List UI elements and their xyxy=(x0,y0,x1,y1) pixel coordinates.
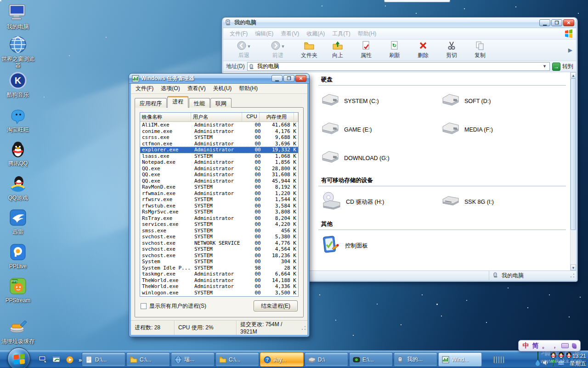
process-row[interactable]: lsass.exe SYSTEM 00 1,068 K xyxy=(140,153,298,160)
task-manager-titlebar[interactable]: Windows 任务管理器 ▁ ❐ ✕ xyxy=(129,74,309,84)
menu-item[interactable]: 编辑(E) xyxy=(251,29,277,39)
drive-tile-soft-d-[interactable]: SOFT (D:) xyxy=(441,91,562,111)
close-button[interactable]: ✕ xyxy=(563,19,574,26)
toolbar-cut-button[interactable]: 剪切 xyxy=(437,40,466,60)
desktop-icon-wangwang[interactable]: 淘宝旺旺 xyxy=(1,106,35,133)
process-row[interactable]: RavMonD.exe SYSTEM 00 8,192 K xyxy=(140,184,298,190)
desktop-icon-xunlei[interactable]: 迅雷 xyxy=(1,208,35,235)
toolbar-copy-button[interactable]: 复制 xyxy=(466,40,494,60)
my-computer-titlebar[interactable]: 我的电脑 ▁ ❐ ✕ xyxy=(223,17,576,28)
column-header-c-mem[interactable]: 内存使用 xyxy=(260,113,294,121)
process-row[interactable]: System SYSTEM 00 304 K xyxy=(140,259,298,265)
toolbar-refresh-button[interactable]: ↻ 刷新 xyxy=(380,40,409,60)
menu-item[interactable]: 查看(V) xyxy=(184,84,209,93)
taskbar-button-notepad[interactable]: D:\... xyxy=(82,352,125,367)
toolbar-back-button[interactable]: ▼ 后退 xyxy=(227,40,261,60)
show-desktop-quicklaunch-icon[interactable] xyxy=(39,355,48,364)
process-row[interactable]: QQ.exe Administrator 02 28,800 K xyxy=(140,166,298,172)
menu-item[interactable]: 工具(T) xyxy=(328,29,354,39)
desktop-icon-qq[interactable]: 腾讯QQ xyxy=(1,139,35,167)
process-row[interactable]: services.exe SYSTEM 00 4,220 K xyxy=(140,221,298,228)
scroll-up-button[interactable]: ▲ xyxy=(571,72,576,78)
ime-punctuation-full[interactable]: 。 xyxy=(542,342,548,350)
process-row[interactable]: winlogon.exe SYSTEM 00 3,500 K xyxy=(140,290,298,296)
process-row[interactable]: AliIM.exe Administrator 00 41,668 K xyxy=(140,122,298,128)
menu-item[interactable]: 查看(V) xyxy=(277,29,303,39)
process-row[interactable]: ctfmon.exe Administrator 00 3,696 K xyxy=(140,141,298,147)
taskbar-button-game[interactable]: E:\... xyxy=(349,352,393,367)
ime-chinese-mode[interactable]: 中 xyxy=(523,342,529,350)
process-row[interactable]: System Idle P... SYSTEM 98 28 K xyxy=(140,265,298,271)
column-header-c-cpu[interactable]: CPU xyxy=(242,113,260,121)
menu-item[interactable]: 选项(O) xyxy=(157,84,183,93)
ime-punctuation-half[interactable]: ， xyxy=(552,342,558,350)
tab-应用程序[interactable]: 应用程序 xyxy=(135,98,167,108)
process-row[interactable]: TheWorld.exe Administrator 00 14,188 K xyxy=(140,277,298,284)
drive-tile-cd-h-[interactable]: CD 驱动器 (H:) xyxy=(321,192,441,212)
process-row[interactable]: rfwmain.exe Administrator 00 1,220 K xyxy=(140,190,298,197)
tab-联网[interactable]: 联网 xyxy=(210,98,232,108)
menu-item[interactable]: 文件(F) xyxy=(226,29,251,39)
dropdown-arrow-icon[interactable]: ▼ xyxy=(247,44,251,49)
process-row[interactable]: svchost.exe NETWORK SERVICE 00 4,776 K xyxy=(140,240,298,247)
dropdown-arrow-icon[interactable]: ▼ xyxy=(281,44,285,49)
process-row[interactable]: conime.exe Administrator 00 4,176 K xyxy=(140,128,298,135)
process-row[interactable]: smss.exe SYSTEM 00 456 K xyxy=(140,228,298,234)
network-monitor-tray-icon[interactable] xyxy=(537,352,538,360)
close-button[interactable]: ✕ xyxy=(295,75,306,82)
taskbar-button-folder[interactable]: C:\... xyxy=(126,352,170,367)
resize-grip[interactable] xyxy=(570,273,575,278)
desktop-icon-pc[interactable]: 我的电脑 xyxy=(1,3,35,30)
taskbar-button-globe[interactable]: 瑞... xyxy=(171,352,215,367)
end-process-button[interactable]: 结束进程(E) xyxy=(254,300,298,311)
address-input[interactable]: 我的电脑 ▼ xyxy=(247,62,550,71)
process-row[interactable]: QQ.exe Administrator 00 45,944 K xyxy=(140,178,298,184)
show-all-users-checkbox[interactable] xyxy=(141,303,147,309)
menu-item[interactable]: 帮助(H) xyxy=(354,29,380,39)
ime-soft-keyboard-icon[interactable] xyxy=(561,343,569,348)
toolbar-delete-button[interactable]: 删除 xyxy=(409,40,437,60)
process-row[interactable]: Notepad.exe Administrator 00 1,856 K xyxy=(140,159,298,166)
drive-tile-system-c-[interactable]: SYSTEM (C:) xyxy=(321,91,441,111)
menu-item[interactable]: 关机(U) xyxy=(209,84,236,93)
media-player-quicklaunch-icon[interactable] xyxy=(65,355,74,364)
address-dropdown-arrow[interactable]: ▼ xyxy=(541,63,548,70)
umbrella-antivirus-tray-icon[interactable] xyxy=(550,359,557,368)
menu-item[interactable]: 文件(F) xyxy=(132,84,157,93)
taskbar-clock[interactable]: 13:21 星期五 xyxy=(570,352,586,367)
toolbar-folders-button[interactable]: 文件夹 xyxy=(295,40,323,60)
toolbar-forward-button[interactable]: ▼ 前进 xyxy=(261,40,295,60)
start-button[interactable] xyxy=(7,347,30,368)
desktop-icon-pplive[interactable]: PPLive xyxy=(1,242,35,270)
drive-tile-ssk-8g-i-[interactable]: SSK 8G (I:) xyxy=(441,192,562,212)
ime-simplified-mode[interactable]: 简 xyxy=(532,342,539,350)
desktop-icon-kugou[interactable]: K 酷狗音乐 xyxy=(1,71,35,98)
task-manager-window[interactable]: Windows 任务管理器 ▁ ❐ ✕ 文件(F)选项(O)查看(V)关机(U)… xyxy=(129,74,309,337)
tab-性能[interactable]: 性能 xyxy=(189,98,210,108)
drive-tile--[interactable]: 控制面板 xyxy=(321,236,441,256)
internet-browser-quicklaunch-icon[interactable] xyxy=(52,355,61,364)
column-header-c-name[interactable]: 映像名称 xyxy=(140,113,191,121)
column-header-c-user[interactable]: 用户名 xyxy=(191,113,242,121)
taskbar-button-folder[interactable]: C:\... xyxy=(215,352,259,367)
toolbar-up-button[interactable]: 向上 xyxy=(323,40,352,60)
taskbar-button-drive[interactable]: D:\ xyxy=(305,352,348,367)
menu-item[interactable]: 收藏(A) xyxy=(303,29,328,39)
taskbar-button-tmgr[interactable]: Wind... xyxy=(438,352,482,367)
offscreen-window-edge[interactable] xyxy=(384,0,450,2)
globe-stripes-tray-icon[interactable] xyxy=(558,359,565,368)
go-button[interactable]: → 转到 xyxy=(552,63,573,71)
toolbar-overflow-chevron-icon[interactable]: ▶ xyxy=(568,47,572,53)
process-row[interactable]: TheWorld.exe Administrator 00 4,336 K xyxy=(140,283,298,290)
tab-进程[interactable]: 进程 xyxy=(167,96,188,108)
volume-tray-icon[interactable] xyxy=(542,359,549,368)
process-row[interactable]: rfwstub.exe SYSTEM 00 3,584 K xyxy=(140,203,298,209)
process-row[interactable]: svchost.exe SYSTEM 00 5,380 K xyxy=(140,234,298,240)
scrollbar-thumb[interactable] xyxy=(571,78,576,230)
vertical-scrollbar[interactable]: ▲ ▼ xyxy=(570,72,576,270)
scroll-down-button[interactable]: ▼ xyxy=(571,264,576,270)
process-row[interactable]: QQ.exe Administrator 00 31,608 K xyxy=(140,172,298,178)
ime-tools-icon[interactable] xyxy=(572,343,577,349)
desktop-icon-qqgame[interactable]: QQ游戏 xyxy=(1,174,35,201)
desktop-icon-theworld[interactable]: 世界之窗浏览器 xyxy=(1,35,35,69)
